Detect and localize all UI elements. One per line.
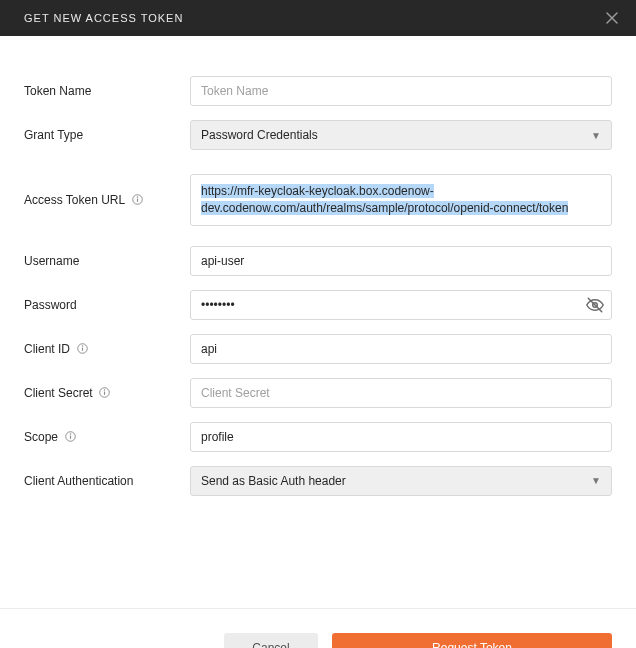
label-scope: Scope [24, 430, 190, 444]
svg-point-10 [104, 389, 105, 390]
client-id-input[interactable] [190, 334, 612, 364]
row-client-auth: Client Authentication Send as Basic Auth… [24, 466, 612, 496]
row-grant-type: Grant Type Password Credentials ▼ [24, 120, 612, 150]
dialog-footer: Cancel Request Token [0, 633, 636, 648]
row-password: Password [24, 290, 612, 320]
info-icon[interactable] [64, 431, 76, 443]
grant-type-select[interactable]: Password Credentials ▼ [190, 120, 612, 150]
row-client-id: Client ID [24, 334, 612, 364]
svg-point-7 [81, 345, 82, 346]
svg-rect-9 [104, 392, 105, 395]
token-form: Token Name Grant Type Password Credentia… [0, 36, 636, 496]
svg-point-13 [69, 433, 70, 434]
chevron-down-icon: ▼ [591, 475, 601, 486]
svg-rect-12 [69, 436, 70, 439]
svg-point-2 [136, 197, 137, 198]
client-secret-input[interactable] [190, 378, 612, 408]
divider [0, 608, 636, 609]
row-token-name: Token Name [24, 76, 612, 106]
info-icon[interactable] [76, 343, 88, 355]
label-username: Username [24, 254, 190, 268]
label-client-secret: Client Secret [24, 386, 190, 400]
token-name-input[interactable] [190, 76, 612, 106]
dialog-header: GET NEW ACCESS TOKEN [0, 0, 636, 36]
username-input[interactable] [190, 246, 612, 276]
row-username: Username [24, 246, 612, 276]
scope-input[interactable] [190, 422, 612, 452]
eye-off-icon[interactable] [586, 296, 604, 314]
info-icon[interactable] [131, 194, 143, 206]
svg-rect-6 [81, 348, 82, 351]
label-grant-type: Grant Type [24, 128, 190, 142]
svg-rect-1 [137, 199, 138, 202]
info-icon[interactable] [99, 387, 111, 399]
label-client-auth: Client Authentication [24, 474, 190, 488]
row-client-secret: Client Secret [24, 378, 612, 408]
label-token-name: Token Name [24, 84, 190, 98]
chevron-down-icon: ▼ [591, 130, 601, 141]
close-icon[interactable] [604, 10, 620, 26]
password-input[interactable] [190, 290, 612, 320]
get-token-dialog: GET NEW ACCESS TOKEN Token Name Grant Ty… [0, 0, 636, 648]
label-access-token-url: Access Token URL [24, 193, 190, 207]
cancel-button[interactable]: Cancel [224, 633, 318, 648]
client-auth-select[interactable]: Send as Basic Auth header ▼ [190, 466, 612, 496]
access-token-url-input[interactable]: https://mfr-keycloak-keycloak.box.codeno… [190, 174, 612, 226]
row-access-token-url: Access Token URL https://mfr-keycloak-ke… [24, 174, 612, 226]
request-token-button[interactable]: Request Token [332, 633, 612, 648]
row-scope: Scope [24, 422, 612, 452]
label-client-id: Client ID [24, 342, 190, 356]
dialog-title: GET NEW ACCESS TOKEN [24, 12, 604, 24]
label-password: Password [24, 298, 190, 312]
